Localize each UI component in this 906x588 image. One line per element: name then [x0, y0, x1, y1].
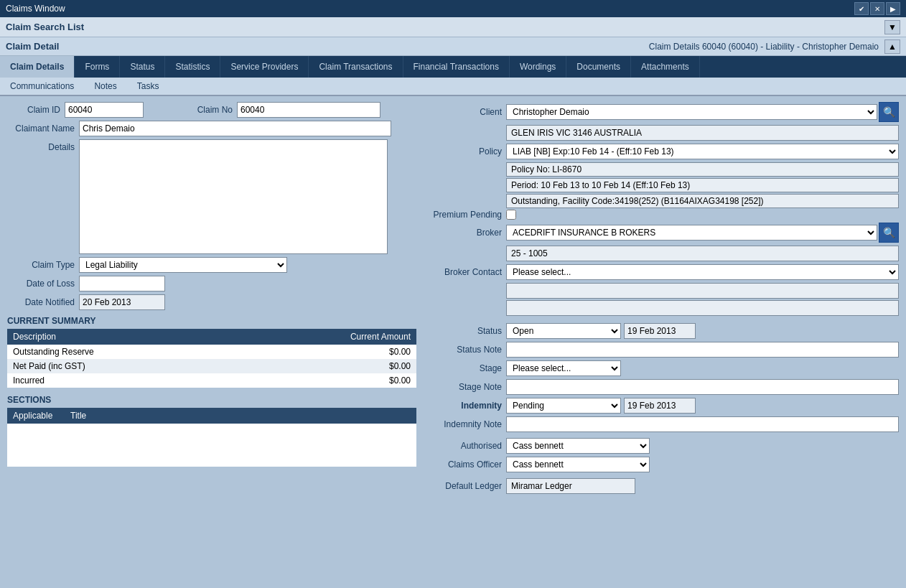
tab-claim-details[interactable]: Claim Details [0, 56, 75, 78]
broker-contact-label: Broker Contact [427, 267, 506, 277]
summary-amount: $0.00 [238, 345, 416, 359]
claims-officer-select[interactable]: Cass bennett [506, 457, 650, 472]
broker-select[interactable]: ACEDRIFT INSURANCE B ROKERS [506, 225, 877, 241]
indemnity-select[interactable]: Pending [506, 398, 621, 414]
nav-tabs-primary: Claim Details Forms Status Statistics Se… [0, 56, 906, 78]
search-list-dropdown[interactable]: ▼ [884, 20, 900, 34]
claimant-name-input[interactable] [79, 121, 391, 136]
broker-code: 25 - 1005 [506, 246, 899, 261]
tab-tasks[interactable]: Tasks [127, 78, 169, 95]
details-textarea[interactable] [79, 139, 388, 254]
status-note-input[interactable] [506, 342, 899, 358]
title-bar-close[interactable]: ✕ [870, 2, 884, 15]
date-notified-row: Date Notified [7, 294, 420, 310]
premium-pending-checkbox[interactable] [506, 210, 516, 220]
stage-label: Stage [427, 363, 506, 373]
details-row: Details [7, 139, 420, 254]
date-of-loss-label: Date of Loss [7, 279, 79, 289]
claim-detail-collapse[interactable]: ▲ [884, 39, 900, 54]
summary-row: Outstanding Reserve$0.00 [7, 345, 416, 359]
policy-period: Period: 10 Feb 13 to 10 Feb 14 (Eff:10 F… [506, 178, 899, 192]
date-notified-input[interactable] [79, 294, 165, 310]
indemnity-date-input[interactable] [624, 398, 696, 414]
claims-officer-label: Claims Officer [427, 459, 506, 470]
stage-note-input[interactable] [506, 379, 899, 395]
authorised-select[interactable]: Cass bennett [506, 438, 650, 454]
summary-desc: Incurred [7, 373, 238, 388]
policy-outstanding: Outstanding, Facility Code:34198(252) (B… [506, 194, 899, 208]
tab-service-providers[interactable]: Service Providers [220, 56, 309, 78]
stage-note-row: Stage Note [427, 379, 899, 395]
client-row: Client Christopher Demaio 🔍 [427, 102, 899, 122]
search-list-bar: Claim Search List ▼ [0, 17, 906, 37]
tab-attachments[interactable]: Attachments [631, 56, 700, 78]
claim-type-label: Claim Type [7, 260, 79, 270]
date-of-loss-row: Date of Loss [7, 276, 420, 291]
tab-notes[interactable]: Notes [84, 78, 126, 95]
client-address-row: GLEN IRIS VIC 3146 AUSTRALIA [506, 125, 899, 141]
tab-communications[interactable]: Communications [0, 78, 84, 95]
summary-col-desc: Description [7, 329, 238, 345]
title-bar: Claims Window ✔ ✕ ▶ [0, 0, 906, 17]
claim-no-input[interactable] [237, 102, 380, 118]
date-of-loss-input[interactable] [79, 276, 165, 291]
policy-select[interactable]: LIAB [NB] Exp:10 Feb 14 - (Eff:10 Feb 13… [506, 144, 899, 159]
stage-note-label: Stage Note [427, 382, 506, 392]
broker-contact-extra [506, 283, 899, 299]
summary-table: Description Current Amount Outstanding R… [7, 329, 416, 388]
summary-desc: Net Paid (inc GST) [7, 359, 238, 373]
status-date-input[interactable] [624, 323, 696, 339]
broker-contact-field1 [506, 283, 899, 299]
search-list-label: Claim Search List [6, 22, 84, 32]
client-search-button[interactable]: 🔍 [879, 102, 899, 122]
details-label: Details [7, 139, 79, 152]
broker-label: Broker [427, 228, 506, 238]
title-bar-check[interactable]: ✔ [854, 2, 869, 15]
sections-title: SECTIONS [7, 395, 420, 405]
status-row: Status Open [427, 323, 899, 339]
policy-info-block: Policy No: LI-8670 Period: 10 Feb 13 to … [506, 162, 899, 208]
tab-forms[interactable]: Forms [75, 56, 120, 78]
title-bar-label: Claims Window [6, 4, 65, 14]
status-select[interactable]: Open [506, 323, 621, 339]
indemnity-note-input[interactable] [506, 416, 899, 432]
broker-code-row: 25 - 1005 [506, 246, 899, 261]
claim-detail-header: Claim Detail Claim Details 60040 (60040)… [0, 37, 906, 56]
claimant-name-row: Claimant Name [7, 121, 420, 136]
claimant-name-label: Claimant Name [7, 123, 79, 134]
sections-table: Applicable Title [7, 408, 416, 467]
indemnity-label: Indemnity [427, 401, 506, 411]
tab-status[interactable]: Status [120, 56, 165, 78]
tab-documents[interactable]: Documents [566, 56, 631, 78]
claim-id-label: Claim ID [7, 105, 65, 115]
status-note-row: Status Note [427, 342, 899, 358]
client-label: Client [427, 107, 506, 117]
claim-id-input[interactable] [65, 102, 144, 118]
claim-detail-info: Claim Details 60040 (60040) - Liability … [649, 42, 879, 52]
summary-amount: $0.00 [238, 373, 416, 388]
authorised-label: Authorised [427, 441, 506, 451]
default-ledger-input[interactable] [506, 478, 635, 494]
tab-statistics[interactable]: Statistics [165, 56, 220, 78]
title-bar-buttons: ✔ ✕ ▶ [854, 2, 900, 15]
tab-claim-transactions[interactable]: Claim Transactions [309, 56, 403, 78]
broker-contact-select[interactable]: Please select... [506, 264, 899, 280]
claim-type-row: Claim Type Legal Liability [7, 257, 420, 273]
right-panel: Client Christopher Demaio 🔍 GLEN IRIS VI… [427, 102, 899, 582]
title-bar-next[interactable]: ▶ [886, 2, 900, 15]
premium-pending-label: Premium Pending [427, 210, 506, 220]
summary-col-amount: Current Amount [238, 329, 416, 345]
sections-col-applicable: Applicable [7, 408, 65, 424]
indemnity-row: Indemnity Pending [427, 398, 899, 414]
summary-row: Net Paid (inc GST)$0.00 [7, 359, 416, 373]
broker-search-button[interactable]: 🔍 [879, 223, 899, 243]
tab-wordings[interactable]: Wordings [510, 56, 566, 78]
nav-tabs-secondary: Communications Notes Tasks [0, 78, 906, 96]
status-section: Status Open Status Note Stage Please sel… [427, 323, 899, 494]
policy-no: Policy No: LI-8670 [506, 162, 899, 177]
claim-type-select[interactable]: Legal Liability [79, 257, 287, 273]
sections-empty-row [7, 424, 416, 467]
tab-financial-transactions[interactable]: Financial Transactions [403, 56, 510, 78]
client-select[interactable]: Christopher Demaio [506, 104, 877, 120]
stage-select[interactable]: Please select... [506, 360, 621, 376]
